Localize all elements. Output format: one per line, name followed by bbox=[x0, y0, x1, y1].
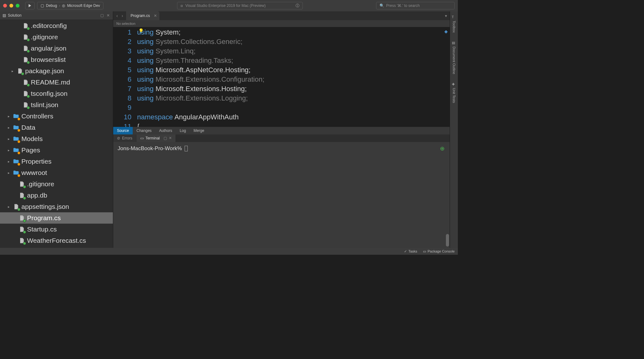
global-search[interactable]: 🔍 Press '⌘.' to search bbox=[376, 2, 455, 9]
new-terminal-button[interactable]: ⊕ bbox=[440, 145, 445, 152]
code-marker-icon[interactable]: ◆ bbox=[444, 29, 448, 34]
file-tab-program[interactable]: Program.cs ✕ bbox=[126, 11, 159, 20]
maximize-window-button[interactable] bbox=[16, 4, 19, 8]
tree-item-properties[interactable]: ▸Properties bbox=[0, 156, 113, 167]
code-token: using bbox=[137, 66, 156, 74]
tree-item--editorconfig[interactable]: .editorconfig bbox=[0, 20, 113, 31]
lightbulb-icon[interactable]: 💡 bbox=[138, 28, 144, 33]
stop-icon: ▢ bbox=[41, 3, 44, 8]
line-number: 3 bbox=[113, 46, 131, 56]
terminal-prompt: Jons-MacBook-Pro-Work% bbox=[118, 145, 183, 151]
line-number: 4 bbox=[113, 56, 131, 65]
tree-item--gitignore[interactable]: .gitignore bbox=[0, 178, 113, 190]
document-outline-panel-tab[interactable]: ▤ Document Outline bbox=[452, 39, 456, 76]
terminal-scrollbar[interactable] bbox=[446, 234, 449, 247]
tree-item-label: Startup.cs bbox=[27, 226, 57, 233]
tree-item-tslint-json[interactable]: {}tslint.json bbox=[0, 99, 113, 111]
chevron-right-icon[interactable]: ▸ bbox=[7, 126, 11, 130]
code-token: using bbox=[137, 85, 156, 93]
vc-tab-source[interactable]: Source bbox=[113, 127, 133, 134]
vc-tab-changes[interactable]: Changes bbox=[133, 127, 155, 134]
solution-tree[interactable]: .editorconfig.gitignore{}angular.jsonbro… bbox=[0, 19, 113, 248]
tree-item-program-cs[interactable]: {}Program.cs bbox=[0, 212, 113, 224]
tree-item-pages[interactable]: ▸Pages bbox=[0, 144, 113, 156]
tree-item-package-json[interactable]: ▸{}package.json bbox=[0, 65, 113, 77]
line-number: 8 bbox=[113, 94, 131, 103]
added-badge-icon bbox=[27, 84, 30, 87]
line-number: 11 bbox=[113, 122, 131, 127]
added-badge-icon bbox=[27, 27, 30, 30]
run-button[interactable] bbox=[25, 2, 35, 9]
package-console-button[interactable]: ▭ Package Console bbox=[423, 249, 455, 253]
chevron-right-icon[interactable]: ▸ bbox=[7, 137, 11, 141]
code-token: System.Collections.Generic bbox=[156, 38, 241, 46]
tree-item-label: tslint.json bbox=[31, 101, 58, 109]
code-line[interactable]: { bbox=[137, 122, 450, 127]
tree-item-models[interactable]: ▸Models bbox=[0, 133, 113, 144]
tree-item-label: wwwroot bbox=[21, 169, 47, 177]
code-line[interactable]: namespace AngularAppWithAuth bbox=[137, 112, 450, 122]
vc-tab-authors[interactable]: Authors bbox=[155, 127, 176, 134]
code-line[interactable]: using Microsoft.Extensions.Configuration… bbox=[137, 75, 450, 84]
added-badge-icon bbox=[23, 219, 26, 222]
terminal-tab[interactable]: ▭ Terminal ▢ ✕ bbox=[136, 134, 175, 142]
detach-panel-button[interactable]: ▢ bbox=[100, 13, 104, 18]
close-window-button[interactable] bbox=[3, 4, 7, 8]
code-line[interactable]: using Microsoft.Extensions.Hosting; bbox=[137, 84, 450, 94]
tree-item-angular-json[interactable]: {}angular.json bbox=[0, 43, 113, 54]
tree-item-browserslist[interactable]: browserslist bbox=[0, 54, 113, 65]
chevron-right-icon[interactable]: ▸ bbox=[7, 171, 11, 175]
chevron-right-icon[interactable]: ▸ bbox=[7, 205, 11, 209]
chevron-right-icon[interactable]: ▸ bbox=[7, 114, 11, 118]
editor-breadcrumb[interactable]: No selection bbox=[113, 20, 450, 27]
tree-item-app-db[interactable]: app.db bbox=[0, 190, 113, 201]
code-content[interactable]: using System;using System.Collections.Ge… bbox=[137, 27, 450, 127]
tree-item-controllers[interactable]: ▸Controllers bbox=[0, 111, 113, 122]
info-icon[interactable]: ⓘ bbox=[296, 3, 299, 8]
code-line[interactable]: using System; bbox=[137, 28, 450, 37]
code-line[interactable]: using System.Linq; bbox=[137, 46, 450, 56]
vc-tab-merge[interactable]: Merge bbox=[190, 127, 208, 134]
code-line[interactable]: using System.Collections.Generic; bbox=[137, 37, 450, 46]
code-line[interactable] bbox=[137, 103, 450, 112]
tree-item-label: README.md bbox=[31, 79, 70, 86]
minimize-window-button[interactable] bbox=[9, 4, 13, 8]
code-line[interactable]: using Microsoft.AspNetCore.Hosting; bbox=[137, 65, 450, 75]
svg-text:{}: {} bbox=[15, 205, 17, 209]
close-tab-button[interactable]: ✕ bbox=[154, 14, 157, 18]
vc-tab-log[interactable]: Log bbox=[176, 127, 190, 134]
code-line[interactable]: using System.Threading.Tasks; bbox=[137, 56, 450, 65]
toolbox-panel-tab[interactable]: T Toolbox bbox=[452, 13, 456, 35]
tree-item-startup-cs[interactable]: {}Startup.cs bbox=[0, 224, 113, 235]
code-token: Microsoft.AspNetCore.Hosting; bbox=[156, 66, 251, 74]
tree-item-label: tsconfig.json bbox=[31, 90, 68, 97]
errors-tab[interactable]: ⊘ Errors bbox=[113, 134, 136, 142]
tab-overflow-button[interactable]: ▾ bbox=[442, 11, 450, 20]
line-number: 10 bbox=[113, 112, 131, 122]
unit-tests-panel-tab[interactable]: ✚ Unit Tests bbox=[452, 80, 456, 105]
chevron-right-icon[interactable]: ▸ bbox=[11, 69, 14, 73]
nav-back-button[interactable]: ‹ bbox=[115, 13, 119, 18]
tree-item-appsettings-json[interactable]: ▸{}appsettings.json bbox=[0, 201, 113, 212]
chevron-right-icon[interactable]: ▸ bbox=[7, 160, 11, 164]
nav-forward-button[interactable]: › bbox=[120, 13, 125, 18]
folder-icon bbox=[13, 112, 19, 120]
close-terminal-button[interactable]: ✕ bbox=[169, 136, 172, 140]
run-configuration-selector[interactable]: ▢ Debug › ◎ Microsoft Edge Dev bbox=[37, 2, 103, 9]
search-icon: 🔍 bbox=[380, 3, 384, 8]
terminal-pane[interactable]: Jons-MacBook-Pro-Work% ⊕ bbox=[113, 142, 450, 248]
code-line[interactable]: using Microsoft.Extensions.Logging; bbox=[137, 94, 450, 103]
app-title-pill[interactable]: ⧈ Visual Studio Enterprise 2019 for Mac … bbox=[177, 2, 303, 9]
chevron-right-icon[interactable]: ▸ bbox=[7, 148, 11, 152]
tree-item-wwwroot[interactable]: ▸wwwroot bbox=[0, 167, 113, 178]
tree-item-data[interactable]: ▸Data bbox=[0, 122, 113, 133]
tree-item--gitignore[interactable]: .gitignore bbox=[0, 31, 113, 43]
folder-icon bbox=[13, 135, 19, 143]
detach-terminal-button[interactable]: ▢ bbox=[164, 136, 167, 140]
tree-item-readme-md[interactable]: README.md bbox=[0, 77, 113, 88]
tree-item-weatherforecast-cs[interactable]: {}WeatherForecast.cs bbox=[0, 235, 113, 246]
code-editor[interactable]: 💡 ◆ 123456789101112 using System;using S… bbox=[113, 27, 450, 127]
tasks-status-button[interactable]: ✓ Tasks bbox=[404, 249, 417, 253]
tree-item-tsconfig-json[interactable]: {}tsconfig.json bbox=[0, 88, 113, 99]
close-panel-button[interactable]: ✕ bbox=[106, 13, 110, 18]
